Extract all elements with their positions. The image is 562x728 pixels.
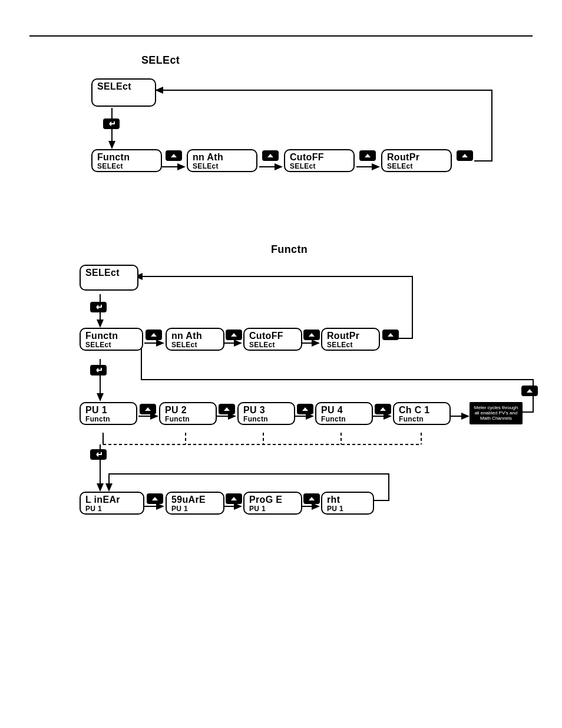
box-label: Functn [97, 153, 156, 163]
box-sublabel: Functn [399, 416, 445, 423]
box-sublabel: SELEct [327, 341, 374, 349]
box-sublabel: Functn [85, 416, 131, 423]
up-button-icon [219, 404, 235, 414]
box-routpr2: RoutPr SELEct [321, 328, 380, 351]
box-label: L inEAr [85, 495, 138, 505]
box-label: Functn [85, 331, 137, 341]
up-button-icon [303, 330, 320, 340]
diagram-function-menu: SELEct Functn SELEct nn Ath SELEct CutoF… [68, 262, 539, 556]
box-cutoff: CutoFF SELEct [284, 149, 355, 172]
box-label: CutoFF [290, 153, 349, 163]
box-sublabel: SELEct [171, 341, 219, 349]
up-button-icon [140, 404, 156, 414]
box-sublabel: Functn [243, 416, 289, 423]
box-pu2: PU 2 Functn [159, 402, 217, 425]
up-button-icon [226, 330, 242, 340]
note-text: Meter cycles through all enabled PV's an… [474, 405, 518, 421]
box-functn2: Functn SELEct [80, 328, 143, 351]
box-rht: rht PU 1 [321, 492, 374, 515]
title-select: SELEct [141, 54, 180, 67]
box-sublabel: SELEct [290, 163, 349, 170]
up-button-icon [375, 404, 391, 414]
up-button-icon [262, 150, 279, 161]
box-select-top2: SELEct [80, 265, 138, 291]
up-button-icon [457, 150, 473, 161]
up-button-icon [166, 150, 182, 161]
box-label: nn Ath [193, 153, 252, 163]
box-math2: nn Ath SELEct [166, 328, 224, 351]
box-sublabel: PU 1 [85, 505, 138, 513]
box-label: PU 3 [243, 406, 289, 416]
box-sublabel: SELEct [249, 341, 296, 349]
up-button-icon [297, 404, 313, 414]
box-linear: L inEAr PU 1 [80, 492, 144, 515]
up-button-icon [521, 386, 538, 396]
box-label: SELEct [97, 82, 150, 92]
box-square: 59uArE PU 1 [166, 492, 224, 515]
box-sublabel: SELEct [85, 341, 137, 349]
up-button-icon [303, 493, 320, 504]
box-label: PU 4 [321, 406, 367, 416]
box-proge: ProG E PU 1 [243, 492, 302, 515]
box-chc1: Ch C 1 Functn [393, 402, 451, 425]
box-pu3: PU 3 Functn [237, 402, 295, 425]
box-label: CutoFF [249, 331, 296, 341]
box-pu4: PU 4 Functn [315, 402, 373, 425]
enter-button-icon [90, 449, 107, 460]
box-cutoff2: CutoFF SELEct [243, 328, 302, 351]
box-math: nn Ath SELEct [187, 149, 257, 172]
up-button-icon [146, 330, 162, 340]
horizontal-rule [29, 35, 533, 37]
box-label: PU 1 [85, 406, 131, 416]
box-sublabel: Functn [321, 416, 367, 423]
diagram-select-menu: SELEct Functn SELEct nn Ath SELEct CutoF… [80, 73, 515, 226]
box-label: Ch C 1 [399, 406, 445, 416]
box-pu1: PU 1 Functn [80, 402, 137, 425]
enter-button-icon [103, 118, 120, 129]
box-functn: Functn SELEct [91, 149, 162, 172]
box-label: PU 2 [165, 406, 211, 416]
box-label: ProG E [249, 495, 296, 505]
note-cycle: Meter cycles through all enabled PV's an… [470, 402, 523, 424]
box-sublabel: PU 1 [249, 505, 296, 513]
box-sublabel: SELEct [387, 163, 446, 170]
up-button-icon [226, 493, 242, 504]
up-button-icon [382, 330, 399, 340]
box-sublabel: Functn [165, 416, 211, 423]
box-label: nn Ath [171, 331, 219, 341]
title-functn: Functn [271, 243, 308, 256]
box-label: 59uArE [171, 495, 219, 505]
enter-button-icon [90, 302, 107, 312]
box-sublabel: SELEct [97, 163, 156, 170]
box-label: SELEct [85, 268, 133, 278]
box-sublabel: SELEct [193, 163, 252, 170]
box-label: rht [327, 495, 368, 505]
box-select-top: SELEct [91, 78, 156, 107]
up-button-icon [147, 493, 163, 504]
up-button-icon [359, 150, 376, 161]
enter-button-icon [90, 365, 107, 375]
box-label: RoutPr [387, 153, 446, 163]
box-routpr: RoutPr SELEct [381, 149, 452, 172]
box-sublabel: PU 1 [171, 505, 219, 513]
box-sublabel: PU 1 [327, 505, 368, 513]
box-label: RoutPr [327, 331, 374, 341]
